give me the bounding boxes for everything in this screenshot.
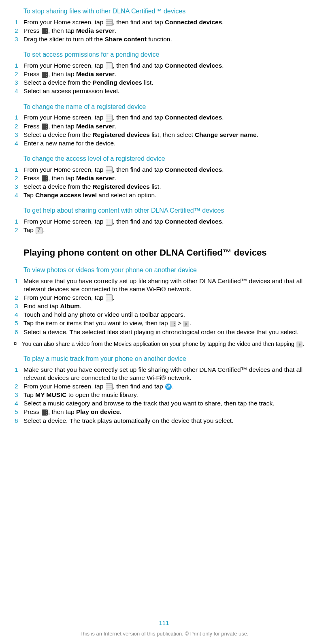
step-text: Select a device from the Registered devi…: [23, 183, 320, 191]
step-number: 1: [15, 166, 23, 174]
procedure-step: 5Press , then tap Play on device.: [8, 408, 320, 416]
procedure-step: 4Touch and hold any photo or video until…: [8, 311, 320, 319]
step-number: 4: [15, 139, 23, 147]
procedure-step: 3Select a device from the Pending device…: [8, 79, 320, 87]
procedure-step: 3Find and tap Album.: [8, 302, 320, 310]
procedure-step: 2Press , then tap Media server.: [8, 174, 320, 182]
document-content: To stop sharing files with other DLNA Ce…: [0, 7, 328, 425]
step-text: From your Home screen, tap , then find a…: [23, 18, 320, 26]
procedure-step: 4Select a music category and browse to t…: [8, 399, 320, 407]
step-text: Tap MY MUSIC to open the music library.: [23, 391, 320, 399]
step-text: Select a music category and browse to th…: [23, 399, 320, 407]
step-number: 2: [15, 294, 23, 302]
step-number: 2: [15, 382, 23, 390]
tip: ¤You can also share a video from the Mov…: [14, 340, 320, 348]
procedure-step: 6Select a device. The selected files sta…: [8, 328, 320, 336]
step-text: Make sure that you have correctly set up…: [23, 277, 320, 293]
procedure-step: 1Make sure that you have correctly set u…: [8, 277, 320, 293]
step-text: Select an access permission level.: [23, 87, 320, 95]
step-text: Tap .: [23, 226, 320, 234]
throw-icon: [296, 341, 302, 348]
step-text: From your Home screen, tap , then find a…: [23, 218, 320, 226]
procedure-step: 1From your Home screen, tap , then find …: [8, 18, 320, 26]
step-number: 3: [15, 391, 23, 399]
step-number: 5: [15, 408, 23, 416]
step-number: 1: [15, 62, 23, 70]
procedure-title: To change the access level of a register…: [23, 155, 320, 163]
dots-icon: [170, 321, 176, 327]
step-number: 1: [15, 277, 23, 293]
tip-bulb-icon: ¤: [14, 340, 22, 348]
step-text: Press , then tap Media server.: [23, 122, 320, 130]
procedure-step: 1Make sure that you have correctly set u…: [8, 366, 320, 382]
step-number: 1: [15, 218, 23, 226]
procedure-title: To stop sharing files with other DLNA Ce…: [23, 7, 320, 16]
procedure-step: 1From your Home screen, tap , then find …: [8, 113, 320, 122]
menu-icon: [42, 72, 48, 78]
step-text: Press , then tap Media server.: [23, 70, 320, 78]
procedure-step: 4Enter a new name for the device.: [8, 139, 320, 147]
step-text: Select a device from the Registered devi…: [23, 131, 320, 139]
procedure-step: 2Press , then tap Media server.: [8, 122, 320, 130]
grid-icon: [106, 166, 113, 173]
step-text: Select a device. The track plays automat…: [23, 417, 320, 425]
step-number: 2: [15, 174, 23, 182]
step-text: Tap Change access level and select an op…: [23, 191, 320, 199]
procedure-step: 2Press , then tap Media server.: [8, 27, 320, 35]
step-number: 2: [15, 226, 23, 234]
step-number: 2: [15, 27, 23, 35]
step-text: Tap the item or items that you want to v…: [23, 319, 320, 327]
step-text: From your Home screen, tap , then find a…: [23, 113, 320, 122]
step-number: 3: [15, 35, 23, 43]
procedure-step: 4Select an access permission level.: [8, 87, 320, 95]
grid-icon: [106, 294, 113, 301]
step-text: Make sure that you have correctly set up…: [23, 366, 320, 382]
step-text: Press , then tap Play on device.: [23, 408, 320, 416]
step-number: 3: [15, 79, 23, 87]
menu-icon: [42, 175, 48, 181]
menu-icon: [42, 124, 48, 130]
step-number: 4: [15, 87, 23, 95]
help-icon: [36, 227, 43, 234]
procedure-step: 5Tap the item or items that you want to …: [8, 319, 320, 327]
grid-icon: [106, 383, 113, 390]
step-number: 6: [15, 328, 23, 336]
grid-icon: [106, 219, 113, 226]
step-text: Press , then tap Media server.: [23, 174, 320, 182]
step-number: 3: [15, 302, 23, 310]
step-text: Find and tap Album.: [23, 302, 320, 310]
procedure-step: 1From your Home screen, tap , then find …: [8, 218, 320, 226]
step-number: 3: [15, 131, 23, 139]
step-number: 1: [15, 113, 23, 122]
step-text: Press , then tap Media server.: [23, 27, 320, 35]
step-number: 1: [15, 18, 23, 26]
step-text: Enter a new name for the device.: [23, 139, 320, 147]
procedure-step: 3Select a device from the Registered dev…: [8, 183, 320, 191]
procedure-step: 3Select a device from the Registered dev…: [8, 131, 320, 139]
procedure-title: To view photos or videos from your phone…: [23, 266, 320, 275]
procedure-title: To get help about sharing content with o…: [23, 207, 320, 215]
step-text: Select a device. The selected files star…: [23, 328, 320, 336]
step-text: From your Home screen, tap , then find a…: [23, 166, 320, 174]
grid-icon: [106, 115, 113, 122]
main-heading: Playing phone content on other DLNA Cert…: [23, 247, 320, 259]
procedure-step: 3Tap MY MUSIC to open the music library.: [8, 391, 320, 399]
procedure-step: 1From your Home screen, tap , then find …: [8, 166, 320, 174]
step-number: 1: [15, 366, 23, 382]
procedure-step: 1From your Home screen, tap , then find …: [8, 62, 320, 70]
procedure-step: 3Drag the slider to turn off the Share c…: [8, 35, 320, 43]
procedure-title: To change the name of a registered devic…: [23, 103, 320, 111]
menu-icon: [42, 409, 48, 416]
step-number: 4: [15, 399, 23, 407]
procedure-step: 2Tap .: [8, 226, 320, 234]
grid-icon: [106, 62, 113, 69]
step-number: 6: [15, 417, 23, 425]
procedure-step: 2Press , then tap Media server.: [8, 70, 320, 78]
tip-text: You can also share a video from the Movi…: [22, 340, 320, 348]
walkman-icon: [165, 384, 172, 390]
procedure-step: 2From your Home screen, tap , then find …: [8, 382, 320, 390]
step-text: From your Home screen, tap .: [23, 294, 320, 302]
step-number: 3: [15, 183, 23, 191]
menu-icon: [42, 28, 48, 34]
procedure-step: 2From your Home screen, tap .: [8, 294, 320, 302]
